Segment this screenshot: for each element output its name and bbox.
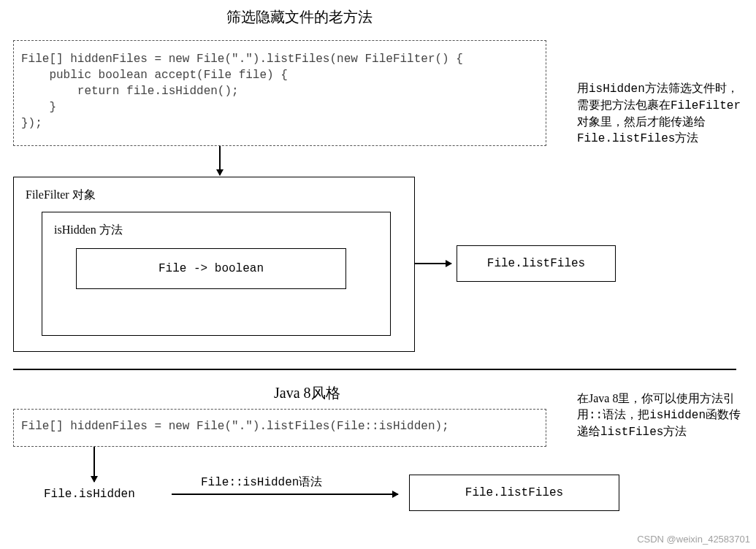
m: File.listFiles bbox=[577, 132, 675, 145]
t: 用 bbox=[577, 82, 589, 94]
section2-title: Java 8风格 bbox=[274, 383, 340, 403]
side-note-2: 在Java 8里，你可以使用方法引用::语法，把isHidden函数传递给lis… bbox=[577, 391, 745, 440]
filefilter-box: FileFilter 对象 isHidden 方法 File -> boolea… bbox=[13, 177, 415, 352]
m: :: bbox=[589, 409, 603, 422]
section1-title: 筛选隐藏文件的老方法 bbox=[226, 7, 373, 27]
ishidden-label: isHidden 方法 bbox=[54, 223, 378, 238]
t: 对象里，然后才能传递给 bbox=[577, 115, 706, 128]
arrow-down-icon bbox=[93, 447, 95, 482]
divider bbox=[13, 369, 736, 370]
t: 方法 bbox=[675, 131, 698, 144]
code-block-java8: File[] hiddenFiles = new File(".").listF… bbox=[13, 409, 546, 447]
m: FileFilter bbox=[671, 99, 741, 112]
arrow-right-icon bbox=[415, 263, 451, 264]
t: 方法 bbox=[663, 425, 687, 437]
file-boolean-box: File -> boolean bbox=[76, 248, 346, 289]
t: 语法，把 bbox=[603, 408, 649, 421]
side-note-1: 用isHidden方法筛选文件时，需要把方法包裹在FileFilter对象里，然… bbox=[577, 80, 745, 147]
t: 语法 bbox=[299, 475, 322, 488]
listfiles-box-2: File.listFiles bbox=[409, 475, 619, 511]
m: listFiles bbox=[600, 426, 663, 439]
m: File::isHidden bbox=[201, 476, 299, 489]
code-block-old: File[] hiddenFiles = new File(".").listF… bbox=[13, 40, 546, 146]
listfiles-box-1: File.listFiles bbox=[457, 245, 616, 282]
arrow-down-icon bbox=[219, 146, 221, 175]
filefilter-label: FileFilter 对象 bbox=[26, 188, 402, 203]
arrow-right-icon bbox=[172, 494, 398, 495]
arrow-label: File::isHidden语法 bbox=[201, 475, 322, 490]
file-ishidden-text: File.isHidden bbox=[44, 488, 135, 501]
ishidden-box: isHidden 方法 File -> boolean bbox=[42, 212, 391, 336]
m: isHidden bbox=[589, 82, 645, 96]
m: isHidden bbox=[649, 409, 706, 422]
watermark: CSDN @weixin_42583701 bbox=[637, 534, 750, 545]
